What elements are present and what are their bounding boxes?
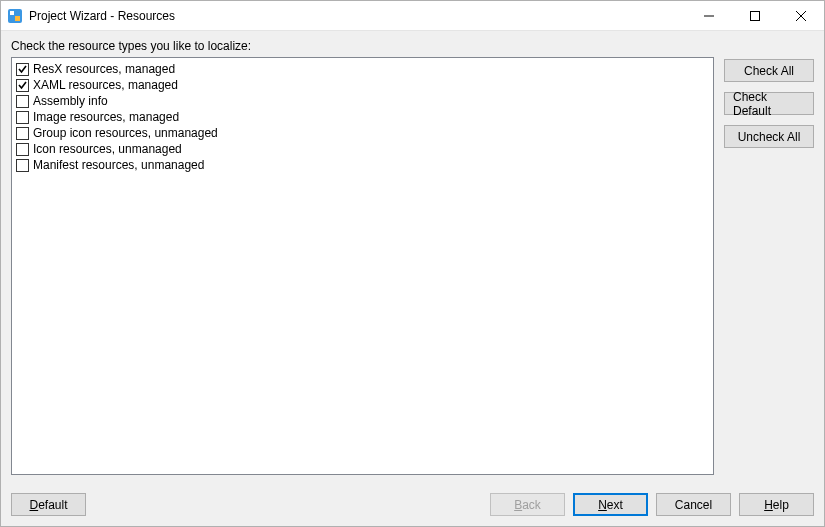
resource-item[interactable]: Manifest resources, unmanaged bbox=[15, 157, 710, 173]
instruction-label: Check the resource types you like to loc… bbox=[11, 39, 814, 53]
default-button[interactable]: Default bbox=[11, 493, 86, 516]
resource-item[interactable]: Group icon resources, unmanaged bbox=[15, 125, 710, 141]
help-button[interactable]: Help bbox=[739, 493, 814, 516]
back-button[interactable]: Back bbox=[490, 493, 565, 516]
window-root: Project Wizard - Resources Check the res… bbox=[0, 0, 825, 527]
checkbox[interactable] bbox=[16, 63, 29, 76]
window-controls bbox=[686, 1, 824, 30]
resource-label: Manifest resources, unmanaged bbox=[33, 159, 204, 172]
resource-item[interactable]: ResX resources, managed bbox=[15, 61, 710, 77]
checkbox[interactable] bbox=[16, 79, 29, 92]
app-icon bbox=[7, 8, 23, 24]
resource-listbox[interactable]: ResX resources, managedXAML resources, m… bbox=[11, 57, 714, 475]
checkbox[interactable] bbox=[16, 127, 29, 140]
checkbox[interactable] bbox=[16, 95, 29, 108]
resource-item[interactable]: XAML resources, managed bbox=[15, 77, 710, 93]
middle-row: ResX resources, managedXAML resources, m… bbox=[11, 57, 814, 475]
check-all-button[interactable]: Check All bbox=[724, 59, 814, 82]
checkbox[interactable] bbox=[16, 111, 29, 124]
cancel-button[interactable]: Cancel bbox=[656, 493, 731, 516]
svg-rect-1 bbox=[10, 11, 14, 15]
resource-label: Image resources, managed bbox=[33, 111, 179, 124]
resource-label: ResX resources, managed bbox=[33, 63, 175, 76]
footer-buttons: Default Back Next Cancel Help bbox=[11, 475, 814, 516]
checkbox[interactable] bbox=[16, 159, 29, 172]
checkbox[interactable] bbox=[16, 143, 29, 156]
resource-label: Assembly info bbox=[33, 95, 108, 108]
resource-label: XAML resources, managed bbox=[33, 79, 178, 92]
check-default-button[interactable]: Check Default bbox=[724, 92, 814, 115]
window-title: Project Wizard - Resources bbox=[29, 9, 686, 23]
body-area: Check the resource types you like to loc… bbox=[1, 31, 824, 526]
svg-rect-2 bbox=[15, 16, 20, 21]
resource-label: Group icon resources, unmanaged bbox=[33, 127, 218, 140]
side-button-column: Check All Check Default Uncheck All bbox=[724, 57, 814, 475]
next-button[interactable]: Next bbox=[573, 493, 648, 516]
titlebar: Project Wizard - Resources bbox=[1, 1, 824, 31]
close-button[interactable] bbox=[778, 1, 824, 30]
resource-label: Icon resources, unmanaged bbox=[33, 143, 182, 156]
svg-rect-4 bbox=[751, 11, 760, 20]
resource-item[interactable]: Assembly info bbox=[15, 93, 710, 109]
resource-item[interactable]: Icon resources, unmanaged bbox=[15, 141, 710, 157]
maximize-button[interactable] bbox=[732, 1, 778, 30]
minimize-button[interactable] bbox=[686, 1, 732, 30]
uncheck-all-button[interactable]: Uncheck All bbox=[724, 125, 814, 148]
resource-item[interactable]: Image resources, managed bbox=[15, 109, 710, 125]
